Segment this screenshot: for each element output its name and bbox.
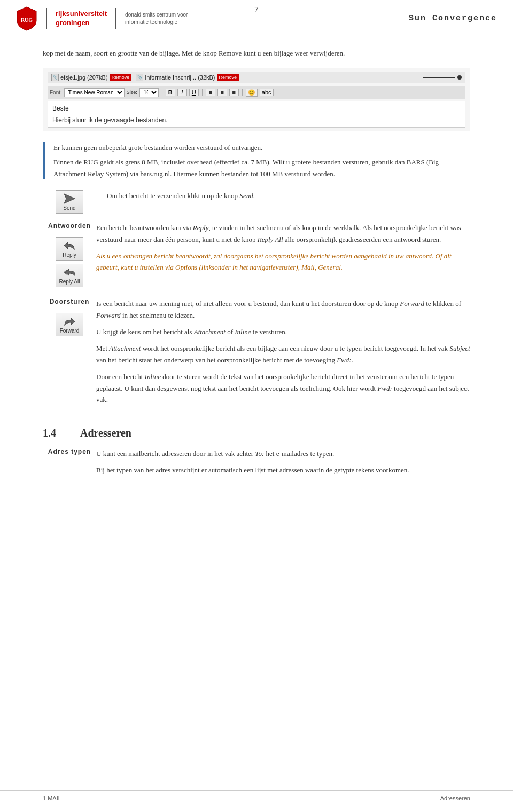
attach-item-1: 📎 efsje1.jpg (207kB) Remove [51,74,131,81]
adres-typen-content: U kunt een mailbericht adresseren door i… [96,448,470,482]
adres-typen-sidebar: Adres typen [43,448,96,482]
reply-all-button[interactable]: Reply All [56,264,83,287]
emoji-btn[interactable]: 😊 [246,89,258,97]
send-btn-label: Send [63,205,75,211]
doorsturen-p2: U krijgt de keus om het bericht als Atta… [96,326,470,337]
send-content: Om het bericht te verzenden klikt u op d… [107,190,470,214]
doorsturen-p4: Door een bericht Inline door te sturen w… [96,371,470,405]
file-icon-2: 📎 [136,74,143,81]
reply-btn-label: Reply [63,252,76,258]
size-select[interactable]: 16 [139,88,159,97]
doorsturen-section: Doorsturen Forward Is een bericht naar u… [43,298,470,411]
forward-btn-label: Forward [60,328,80,334]
blue-p1: Er kunnen geen onbeperkt grote bestanden… [53,142,470,153]
page-number: 7 [254,5,259,14]
doorsturen-label: Doorsturen [50,298,90,305]
blue-info-section: Er kunnen geen onbeperkt grote bestanden… [43,142,470,179]
shield-icon: RUG [16,6,37,31]
blue-p2: Binnen de RUG geldt als grens 8 MB, incl… [53,156,470,179]
adres-typen-label: Adres typen [48,448,91,455]
logo-divider [46,8,47,29]
page-footer: 1 MAIL Adresseren [0,790,513,801]
remove-btn-1[interactable]: Remove [110,74,132,81]
send-sidebar: Send [43,190,96,214]
mockup-body: Beste Hierbij stuur ik de gevraagde best… [48,101,465,128]
mockup-body-text: Hierbij stuur ik de gevraagde bestanden. [52,116,461,124]
send-italic: Send [239,192,253,200]
underline-btn[interactable]: U [189,89,199,96]
align-center-btn[interactable]: ≡ [217,89,227,96]
mockup-toolbar: Font: Times New Roman Size: 16 B I U ≡ ≡… [48,86,465,99]
send-text: Om het bericht te verzenden klikt u op d… [107,190,470,201]
remove-btn-2[interactable]: Remove [217,74,239,81]
send-icon [64,193,75,204]
document-title: Sun Convergence [409,14,497,23]
doorsturen-p3: Met Attachment wordt het oorspronkelijke… [96,343,470,366]
forward-button[interactable]: Forward [56,313,83,336]
adres-typen-p2: Bij het typen van het adres verschijnt e… [96,464,470,476]
university-logo: RUG rijksuniversiteit groningen donald s… [16,6,188,31]
antwoorden-section: Antwoorden Reply Reply All Een bericht b… [43,222,470,287]
antwoorden-p1: Een bericht beantwoorden kan via Reply, … [96,222,470,245]
align-right-btn[interactable]: ≡ [229,89,239,96]
mockup-attach-row: 📎 efsje1.jpg (207kB) Remove 📎 Informatie… [48,72,465,83]
svg-text:RUG: RUG [21,17,33,23]
antwoorden-p2: Als u een ontvangen bericht beantwoordt,… [96,250,470,273]
send-area: Send Om het bericht te verzenden klikt u… [43,190,470,214]
size-label: Size: [127,90,137,95]
adres-typen-section: Adres typen U kunt een mailbericht adres… [43,448,470,482]
toolbar-separator-3 [242,89,243,96]
university-name-line1: rijksuniversiteit [56,10,107,19]
spell-btn[interactable]: abc [260,89,274,96]
file-icon-1: 📎 [51,74,59,81]
mockup-greeting: Beste [52,105,461,112]
reply-all-icon [64,267,75,278]
antwoorden-sidebar: Antwoorden Reply Reply All [43,222,96,287]
forward-icon [64,316,75,327]
file1-size: (207kB) [87,74,108,81]
file2-name: Informatie Inschrij... [145,74,196,81]
antwoorden-content: Een bericht beantwoorden kan via Reply, … [96,222,470,287]
footer-right: Adresseren [440,795,470,801]
center-name-line2: informatie technologie [125,19,188,26]
font-label: Font: [50,90,62,96]
bold-btn[interactable]: B [166,89,175,96]
university-name-line2: groningen [56,19,107,28]
doorsturen-content: Is een bericht naar uw mening niet, of n… [96,298,470,411]
font-select[interactable]: Times New Roman [64,88,125,97]
attach-item-2: 📎 Informatie Inschrij... (32kB) Remove [136,74,239,81]
toolbar-separator-1 [162,89,162,96]
doorsturen-sidebar: Doorsturen Forward [43,298,96,411]
reply-icon [64,240,75,251]
main-content: kop met de naam, soort en grootte van de… [0,37,513,508]
intro-paragraph: kop met de naam, soort en grootte van de… [43,48,470,59]
file2-size: (32kB) [198,74,215,81]
adres-typen-p1: U kunt een mailbericht adresseren door i… [96,448,470,459]
doorsturen-p1: Is een bericht naar uw mening niet, of n… [96,298,470,321]
logo-divider2 [115,8,116,29]
file1-name: efsje1.jpg [60,74,86,81]
italic-btn[interactable]: I [177,89,187,96]
align-left-btn[interactable]: ≡ [206,89,215,96]
center-name-line1: donald smits centrum voor [125,11,188,19]
send-button[interactable]: Send [56,190,83,214]
antwoorden-label: Antwoorden [48,222,91,230]
footer-left: 1 MAIL [43,795,61,801]
section-number: 1.4 [43,427,69,439]
reply-all-btn-label: Reply All [59,279,80,285]
reply-button[interactable]: Reply [56,237,83,261]
toolbar-separator-2 [202,89,203,96]
section-title: Adresseren [80,427,131,439]
section-14-heading: 1.4 Adresseren [43,427,470,439]
screenshot-mockup: 📎 efsje1.jpg (207kB) Remove 📎 Informatie… [43,68,470,131]
svg-marker-1 [64,194,75,203]
